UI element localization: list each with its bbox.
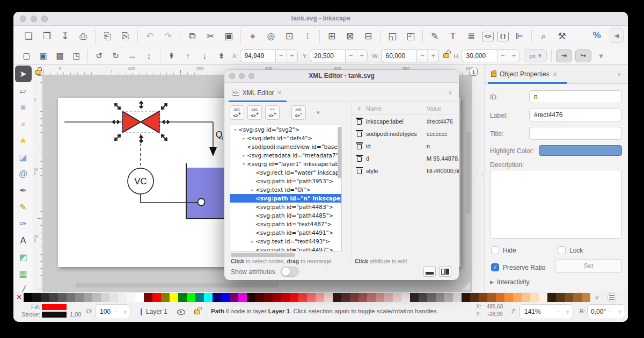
find-icon[interactable]: ⌕ [536, 30, 551, 44]
valve-right-triangle[interactable] [141, 111, 159, 133]
xml-tree-node[interactable]: ▾ <svg:svg id="svg2"> [230, 125, 341, 134]
raise-icon[interactable]: ↑ [181, 50, 195, 62]
palette-swatch[interactable] [324, 293, 333, 302]
palette-swatch[interactable] [530, 293, 539, 302]
layer-lock-icon[interactable] [194, 310, 200, 314]
text-dialog-icon[interactable]: T [445, 30, 460, 44]
attribute-row[interactable]: d M 95.44878… [352, 152, 459, 164]
rotate-ccw-icon[interactable]: ↺ [92, 50, 106, 62]
delete-attribute-button[interactable] [352, 118, 366, 125]
collapse-snapbar-button[interactable]: ◀ [610, 28, 624, 43]
expander-icon[interactable]: ▸ [241, 136, 247, 141]
palette-swatch[interactable] [161, 293, 170, 302]
redo-icon[interactable]: ↷ [160, 30, 175, 44]
tab-object-properties[interactable]: Object Properties ✕ [488, 66, 561, 82]
palette-swatch[interactable] [504, 293, 513, 302]
new-text-node-button[interactable]: abc <>+ [247, 105, 262, 120]
snap-icon[interactable]: % [589, 28, 604, 42]
palette-swatch[interactable] [367, 293, 376, 302]
height-decrement-button[interactable]: − [497, 50, 508, 62]
palette-swatch[interactable] [556, 293, 565, 302]
print-icon[interactable]: ⎙ [76, 30, 91, 44]
tree-horizontal-scrollbar[interactable] [231, 253, 295, 257]
opacity-increment[interactable]: + [120, 308, 130, 316]
palette-swatch[interactable] [49, 293, 58, 302]
palette-swatch[interactable] [401, 293, 410, 302]
toolbar-overflow-arrow[interactable]: ▾ [595, 50, 608, 62]
paste-icon[interactable]: ▣ [221, 30, 236, 44]
palette-swatch[interactable] [213, 293, 221, 302]
xml-tree-node[interactable]: <svg:path id="text4487"> [230, 220, 341, 228]
spiral-tool[interactable]: @ [15, 166, 32, 182]
palette-swatch[interactable] [84, 293, 92, 302]
x-decrement-button[interactable]: − [276, 50, 287, 62]
fit-drawing-icon[interactable]: ◱ [385, 30, 400, 44]
rectangle-tool[interactable]: ■ [15, 99, 32, 116]
xml-tree-node[interactable]: <svg:path id="path4483"> [230, 203, 341, 211]
palette-swatch[interactable] [462, 293, 470, 302]
palette-swatch[interactable] [513, 293, 522, 302]
zoom-page-icon[interactable]: ⊡ [282, 30, 297, 44]
palette-swatch[interactable] [281, 293, 290, 302]
interactivity-expander[interactable]: ▶ Interactivity [490, 278, 530, 286]
palette-swatch[interactable] [410, 293, 419, 302]
preserve-ratio-checkbox[interactable]: ✓ [491, 263, 499, 271]
xml-tree-node[interactable]: ▾ <svg:g id="layer1" inkscape:labe [230, 160, 341, 168]
xml-editor-window[interactable]: XML Editor - tank.svg <> XML Editor ✕ ∨ … [224, 70, 459, 280]
brackets-dialog-icon[interactable]: {} [497, 32, 509, 41]
pipe-lines[interactable] [64, 122, 213, 149]
opacity-decrement[interactable]: − [111, 308, 120, 316]
no-color-swatch[interactable]: ✕ [14, 293, 24, 302]
palette-swatch[interactable] [350, 293, 358, 302]
attribute-row[interactable]: id n [352, 140, 459, 152]
palette-swatch[interactable] [427, 293, 436, 302]
palette-swatch[interactable] [479, 293, 487, 302]
width-input[interactable]: 60,000 [381, 49, 416, 62]
expander-icon[interactable]: ▸ [250, 239, 255, 244]
palette-swatch[interactable] [264, 293, 273, 302]
selector-tool[interactable]: ➤ [15, 66, 32, 82]
description-textarea[interactable] [490, 170, 622, 239]
palette-swatch[interactable] [118, 293, 127, 302]
palette-swatch[interactable] [573, 293, 582, 302]
new-document-icon[interactable]: ❏ [21, 30, 36, 44]
import-page-icon[interactable]: ⎗ [100, 30, 115, 44]
palette-swatch[interactable] [24, 293, 32, 302]
palette-swatch[interactable] [41, 293, 49, 302]
expander-icon[interactable]: ▾ [232, 127, 238, 132]
height-increment-button[interactable]: + [508, 50, 519, 62]
dropper-tool[interactable]: ╱ [15, 282, 32, 292]
palette-swatch[interactable] [255, 293, 264, 302]
palette-swatch[interactable] [358, 293, 367, 302]
palette-swatch[interactable] [195, 293, 204, 302]
palette-swatch[interactable] [419, 293, 427, 302]
main-titlebar[interactable]: tank.svg - Inkscape [13, 12, 628, 26]
palette-swatch[interactable] [436, 293, 444, 302]
hide-checkbox[interactable] [491, 246, 499, 254]
fill-color-indicator[interactable] [42, 304, 67, 310]
toolbar-dropdown-arrow[interactable]: ▾ [317, 109, 320, 116]
palette-swatch[interactable] [67, 293, 75, 302]
palette-swatch[interactable] [32, 293, 41, 302]
valve-left-triangle[interactable] [122, 111, 141, 133]
expander-icon[interactable]: ▸ [250, 188, 255, 192]
layers-dialog-icon[interactable]: ≣ [464, 30, 479, 44]
delete-attribute-button[interactable] [352, 155, 366, 162]
xml-tree-node[interactable]: ▸ <svg:defs id="defs4"> [230, 134, 341, 142]
palette-swatch[interactable] [565, 293, 573, 302]
xml-tree-node[interactable]: ▸ <svg:metadata id="metadata7"> [230, 151, 341, 160]
flip-vertical-icon[interactable]: ↕ [142, 50, 156, 62]
zoom-selection-icon[interactable]: ⌖ [245, 30, 260, 44]
vertical-ruler[interactable]: 0100200 [33, 75, 43, 292]
pen-tool[interactable]: ✒ [15, 182, 32, 199]
zoom-decrement[interactable]: − [553, 308, 563, 316]
close-tab-icon[interactable]: ✕ [553, 71, 558, 78]
width-decrement-button[interactable]: − [417, 50, 428, 62]
palette-swatch[interactable] [109, 293, 118, 302]
palette-scroll-up-icon[interactable]: ∧ [582, 294, 586, 301]
zoom-drawing-icon[interactable]: ◎ [264, 30, 279, 44]
palette-swatch[interactable] [92, 293, 101, 302]
palette-swatch[interactable] [316, 293, 324, 302]
fill-stroke-dialog-icon[interactable]: ✎ [427, 30, 442, 44]
palette-swatch[interactable] [384, 293, 393, 302]
